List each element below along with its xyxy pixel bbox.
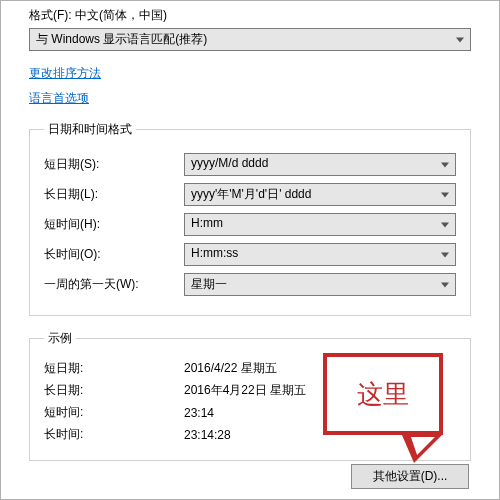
examples-group: 示例 短日期: 2016/4/22 星期五 长日期: 2016年4月22日 星期… [29,330,471,461]
long-date-label: 长日期(L): [44,186,184,203]
short-date-combo[interactable]: yyyy/M/d dddd [184,153,456,176]
examples-legend: 示例 [44,330,76,347]
first-day-label: 一周的第一天(W): [44,276,184,293]
long-time-value: H:mm:ss [191,246,238,260]
short-time-value: H:mm [191,216,223,230]
example-short-date-label: 短日期: [44,360,184,377]
datetime-format-legend: 日期和时间格式 [44,121,136,138]
example-short-time-label: 短时间: [44,404,184,421]
example-long-time-value: 23:14:28 [184,428,231,442]
short-date-label: 短日期(S): [44,156,184,173]
format-section: 格式(F): 中文(简体，中国) 与 Windows 显示语言匹配(推荐) [29,7,471,51]
change-sort-link[interactable]: 更改排序方法 [29,65,101,82]
first-day-combo[interactable]: 星期一 [184,273,456,296]
example-short-time-value: 23:14 [184,406,214,420]
other-settings-button[interactable]: 其他设置(D)... [351,464,469,489]
example-long-date-value: 2016年4月22日 星期五 [184,382,306,399]
long-time-combo[interactable]: H:mm:ss [184,243,456,266]
long-time-label: 长时间(O): [44,246,184,263]
format-combo[interactable]: 与 Windows 显示语言匹配(推荐) [29,28,471,51]
example-short-date-value: 2016/4/22 星期五 [184,360,277,377]
short-time-label: 短时间(H): [44,216,184,233]
first-day-value: 星期一 [191,277,227,291]
short-time-combo[interactable]: H:mm [184,213,456,236]
region-settings-window: 格式(F): 中文(简体，中国) 与 Windows 显示语言匹配(推荐) 更改… [0,0,500,500]
format-label: 格式(F): 中文(简体，中国) [29,7,471,24]
format-combo-value: 与 Windows 显示语言匹配(推荐) [36,32,207,46]
example-long-date-label: 长日期: [44,382,184,399]
long-date-value: yyyy'年'M'月'd'日' dddd [191,187,311,201]
long-date-combo[interactable]: yyyy'年'M'月'd'日' dddd [184,183,456,206]
language-prefs-link[interactable]: 语言首选项 [29,90,89,107]
example-long-time-label: 长时间: [44,426,184,443]
short-date-value: yyyy/M/d dddd [191,156,268,170]
datetime-format-group: 日期和时间格式 短日期(S): yyyy/M/d dddd 长日期(L): yy… [29,121,471,316]
